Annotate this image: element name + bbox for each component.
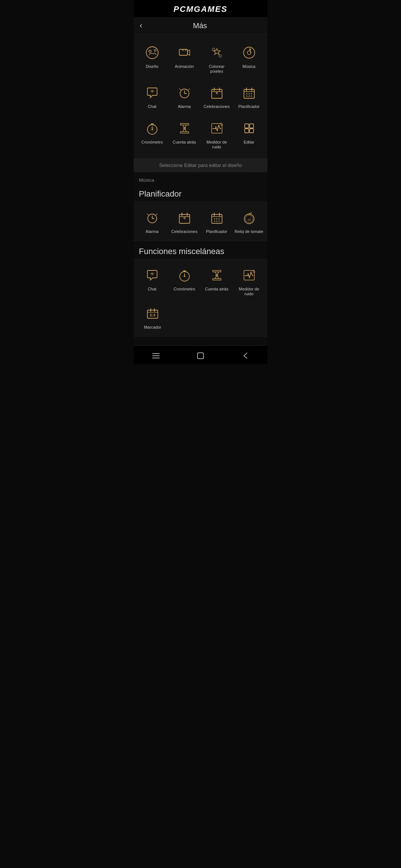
svg-point-37 — [214, 220, 215, 221]
diseno-label: Diseño — [146, 64, 158, 69]
page-title: Más — [147, 22, 253, 30]
svg-point-4 — [185, 49, 186, 51]
cuenta-atras-icon — [175, 119, 194, 138]
cronometro-icon — [143, 119, 162, 138]
editar-icon — [240, 119, 258, 138]
cuenta-atras2-icon — [208, 266, 226, 285]
grid-item-musica[interactable]: Música — [234, 40, 264, 77]
grid-item-celebraciones[interactable]: Celebraciones — [201, 80, 232, 112]
svg-point-3 — [182, 49, 184, 51]
musica-icon — [240, 43, 258, 62]
chat-icon — [143, 83, 162, 102]
grid-item-planificador[interactable]: Planificador — [234, 80, 264, 112]
grid-item-cronometro2[interactable]: Cronómetro — [169, 263, 200, 299]
svg-rect-28 — [245, 129, 249, 133]
reloj-tomate-label: Reloj de tomate — [235, 229, 263, 234]
grid-item-chat[interactable]: Chat — [137, 80, 167, 112]
grid-item-alarma[interactable]: Alarma — [169, 80, 200, 112]
alarma2-icon — [143, 208, 162, 227]
animacion-label: Animación — [175, 64, 194, 69]
grid-item-alarma2[interactable]: Alarma — [137, 206, 167, 237]
medidor-ruido-icon — [208, 119, 226, 138]
grid-item-editar[interactable]: Editar — [234, 116, 264, 152]
svg-point-15 — [246, 93, 247, 95]
svg-rect-50 — [198, 353, 203, 359]
cuenta-atras-label: Cuenta atrás — [173, 140, 196, 145]
medidor-ruido-label: Medidor de ruido — [202, 140, 231, 149]
funciones-grid-row2: 0:0 Marcador — [137, 300, 264, 333]
top-grid-section: Diseño Animación — [134, 34, 267, 158]
funciones-grid: Chat Cronómetro — [137, 263, 264, 299]
svg-point-43 — [151, 274, 153, 275]
svg-point-45 — [184, 276, 185, 277]
edit-hint: Seleccione Editar para editar el diseño — [134, 158, 267, 172]
medidor-ruido2-icon — [240, 266, 258, 285]
svg-point-32 — [184, 217, 185, 218]
funciones-category-block: Chat Cronómetro — [134, 259, 267, 337]
alarma2-label: Alarma — [146, 229, 159, 234]
svg-point-38 — [216, 220, 217, 221]
celebraciones-icon — [208, 83, 226, 102]
header-top: PCMGAMES — [134, 0, 267, 17]
marcador-label: Marcador — [144, 325, 161, 330]
svg-point-16 — [248, 93, 250, 95]
svg-text:25: 25 — [247, 218, 251, 221]
grid-item-planificador2[interactable]: Planificador — [201, 206, 232, 237]
editar-label: Editar — [244, 140, 254, 145]
grid-item-reloj-tomate[interactable]: 25 Reloj de tomate — [234, 206, 264, 237]
grid-item-animacion[interactable]: Animación — [169, 40, 200, 77]
svg-point-0 — [146, 47, 158, 59]
planificador-section-title: Planificador — [134, 185, 267, 201]
alarma-icon — [175, 83, 194, 102]
grid-item-marcador[interactable]: 0:0 Marcador — [137, 301, 169, 333]
planificador-category-block: Alarma Celebraciones — [134, 201, 267, 241]
grid-item-diseno[interactable]: Diseño — [137, 40, 167, 77]
planificador-label: Planificador — [238, 104, 260, 109]
svg-point-10 — [151, 92, 153, 93]
musica-section-label: Música — [134, 172, 267, 185]
cronometro2-label: Cronómetro — [173, 287, 195, 292]
musica-small-label: Música — [139, 177, 154, 183]
medidor-ruido2-label: Medidor de ruido — [234, 287, 264, 296]
svg-point-1 — [149, 50, 151, 52]
svg-rect-26 — [245, 124, 249, 128]
chat2-label: Chat — [148, 287, 156, 292]
svg-point-19 — [248, 96, 250, 97]
marcador-icon: 0:0 — [143, 304, 162, 323]
grid-item-medidor-ruido[interactable]: Medidor de ruido — [201, 116, 232, 152]
bottom-nav-home[interactable] — [196, 351, 205, 361]
back-button[interactable]: ‹ — [140, 21, 142, 30]
cuenta-atras2-label: Cuenta atrás — [205, 287, 228, 292]
chat2-icon — [143, 266, 162, 285]
grid-item-cronometro[interactable]: Cronómetro — [137, 116, 167, 152]
animacion-icon — [175, 43, 194, 62]
svg-point-34 — [214, 218, 215, 219]
svg-point-35 — [216, 218, 217, 219]
alarma-label: Alarma — [178, 104, 191, 109]
grid-item-medidor-ruido2[interactable]: Medidor de ruido — [234, 263, 264, 299]
celebraciones2-icon — [175, 208, 194, 227]
cronometro-label: Cronómetro — [141, 140, 163, 145]
colorear-label: Colorear píxeles — [202, 64, 231, 74]
bottom-nav-back[interactable] — [240, 351, 250, 361]
musica-label: Música — [242, 64, 255, 69]
grid-item-chat2[interactable]: Chat — [137, 263, 167, 299]
bottom-nav-menu[interactable] — [151, 351, 161, 361]
svg-rect-5 — [212, 48, 215, 50]
reloj-tomate-icon: 25 — [240, 208, 258, 227]
svg-point-17 — [251, 93, 252, 95]
grid-item-celebraciones2[interactable]: Celebraciones — [169, 206, 200, 237]
main-grid: Diseño Animación — [137, 40, 264, 152]
funciones-section-title: Funciones misceláneas — [134, 242, 267, 259]
celebraciones2-label: Celebraciones — [171, 229, 197, 234]
svg-rect-47 — [244, 270, 254, 280]
cronometro2-icon — [175, 266, 194, 285]
grid-item-cuenta-atras2[interactable]: Cuenta atrás — [201, 263, 232, 299]
diseno-icon — [143, 43, 162, 62]
grid-item-colorear[interactable]: Colorear píxeles — [201, 40, 232, 77]
svg-rect-6 — [219, 55, 221, 57]
chat-label: Chat — [148, 104, 156, 109]
celebraciones-label: Celebraciones — [203, 104, 229, 109]
svg-point-20 — [251, 96, 252, 97]
grid-item-cuenta-atras[interactable]: Cuenta atrás — [169, 116, 200, 152]
